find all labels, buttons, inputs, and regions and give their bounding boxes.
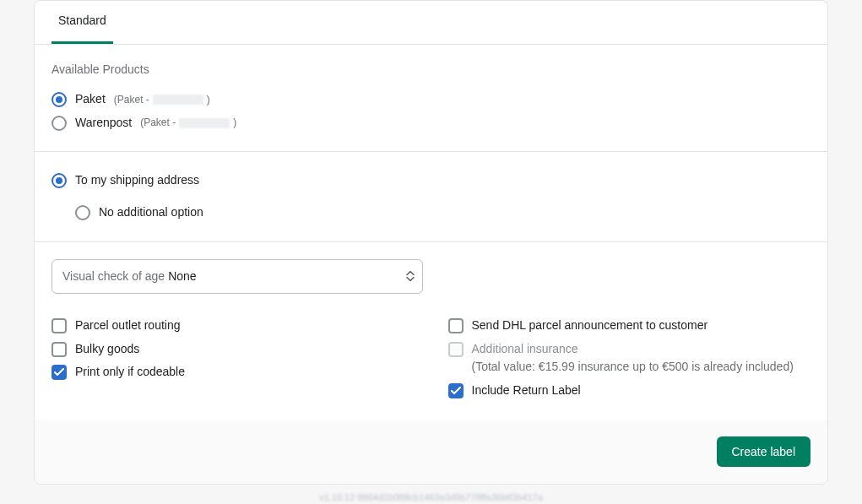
radio-selected-icon <box>52 92 67 107</box>
product-warenpost-row[interactable]: Warenpost (Paket - ) <box>52 111 810 135</box>
shipping-address-row[interactable]: To my shipping address <box>52 169 810 192</box>
checkbox-checked-icon <box>448 383 464 398</box>
version-meta: v1.10.12 8864d1b0f8fcb1463e3d9b778ffa36b… <box>34 491 828 504</box>
parcel-outlet-label: Parcel outlet routing <box>75 317 181 334</box>
bulky-goods-row[interactable]: Bulky goods <box>52 338 415 361</box>
age-check-select-wrap: Visual check of age None <box>52 259 423 295</box>
age-check-select[interactable]: Visual check of age None <box>52 259 423 295</box>
tab-label: Standard <box>58 14 106 27</box>
shipping-address-label: To my shipping address <box>75 172 199 189</box>
include-return-row[interactable]: Include Return Label <box>448 379 811 403</box>
product-paket-hint: (Paket - ) <box>114 93 210 107</box>
send-announcement-label: Send DHL parcel announcement to customer <box>472 317 708 334</box>
tab-standard[interactable]: Standard <box>52 1 113 44</box>
parcel-outlet-row[interactable]: Parcel outlet routing <box>52 314 415 338</box>
select-value: None <box>168 268 196 285</box>
additional-insurance-row: Additional insurance (Total value: €15.9… <box>448 338 811 379</box>
redacted-text <box>179 118 230 128</box>
create-label-text: Create label <box>732 445 796 458</box>
no-additional-option-row[interactable]: No additional option <box>52 201 810 225</box>
radio-selected-icon <box>52 173 67 188</box>
checkbox-unchecked-icon <box>52 318 67 333</box>
bulky-goods-label: Bulky goods <box>75 341 139 358</box>
options-grid: Parcel outlet routing Bulky goods Print … <box>52 314 810 402</box>
redacted-text <box>153 95 203 105</box>
footer: Create label <box>35 420 827 484</box>
hint-suffix: ) <box>207 93 210 107</box>
no-additional-option-label: No additional option <box>99 204 203 221</box>
radio-unselected-icon <box>52 116 67 131</box>
include-return-label: Include Return Label <box>472 382 581 399</box>
tabs: Standard <box>35 1 827 45</box>
product-paket-label: Paket <box>75 91 106 108</box>
hint-prefix: (Paket - <box>140 116 176 130</box>
shipping-section: To my shipping address No additional opt… <box>35 151 827 241</box>
products-title: Available Products <box>52 62 810 79</box>
product-warenpost-hint: (Paket - ) <box>140 116 236 130</box>
options-section: Visual check of age None Parcel outlet r… <box>35 241 827 420</box>
create-label-button[interactable]: Create label <box>717 436 811 467</box>
insurance-note: (Total value: €15.99 insurance up to €50… <box>472 359 794 376</box>
print-codeable-label: Print only if codeable <box>75 364 185 381</box>
print-codeable-row[interactable]: Print only if codeable <box>52 360 415 384</box>
send-announcement-row[interactable]: Send DHL parcel announcement to customer <box>448 314 811 338</box>
additional-insurance-text: Additional insurance (Total value: €15.9… <box>472 341 794 376</box>
hint-prefix: (Paket - <box>114 93 149 107</box>
select-prefix: Visual check of age <box>62 268 165 285</box>
product-paket-row[interactable]: Paket (Paket - ) <box>52 88 810 111</box>
label-config-card: Standard Available Products Paket (Paket… <box>34 0 828 485</box>
checkbox-checked-icon <box>52 365 67 380</box>
additional-insurance-label: Additional insurance <box>472 341 794 358</box>
hint-suffix: ) <box>233 116 236 130</box>
select-arrows-icon <box>406 271 415 282</box>
radio-unselected-icon <box>75 205 90 220</box>
products-section: Available Products Paket (Paket - ) Ware… <box>35 45 827 152</box>
checkbox-unchecked-icon <box>52 342 67 357</box>
checkbox-disabled-icon <box>448 342 464 357</box>
checkbox-unchecked-icon <box>448 318 464 333</box>
product-warenpost-label: Warenpost <box>75 115 132 132</box>
